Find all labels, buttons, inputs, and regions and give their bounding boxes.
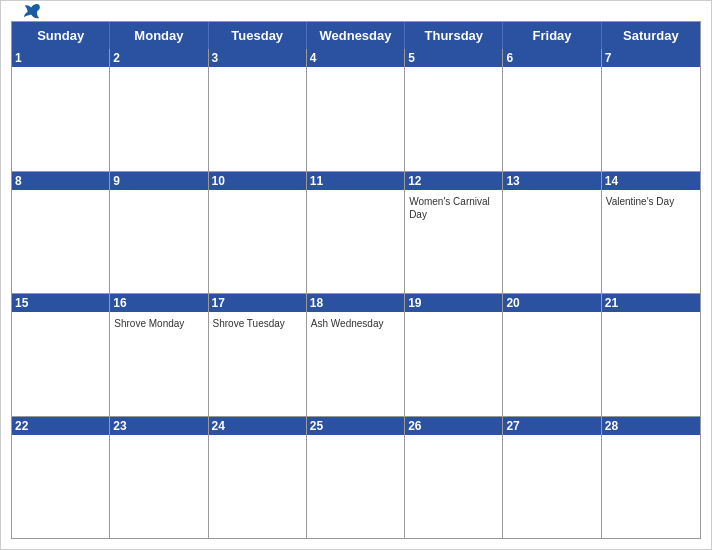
day-cell-11: 11 xyxy=(307,172,405,294)
day-event: Shrove Monday xyxy=(114,317,203,330)
day-number-22: 22 xyxy=(12,417,109,435)
day-number-8: 8 xyxy=(12,172,109,190)
calendar-grid: SundayMondayTuesdayWednesdayThursdayFrid… xyxy=(11,21,701,539)
day-cell-14: 14Valentine's Day xyxy=(602,172,700,294)
week-row-1: 1234567 xyxy=(12,49,700,172)
day-header-tuesday: Tuesday xyxy=(209,22,307,49)
day-number-21: 21 xyxy=(602,294,700,312)
header xyxy=(1,1,711,21)
day-headers-row: SundayMondayTuesdayWednesdayThursdayFrid… xyxy=(12,22,700,49)
day-cell-3: 3 xyxy=(209,49,307,171)
day-number-27: 27 xyxy=(503,417,600,435)
day-event: Women's Carnival Day xyxy=(409,195,498,221)
day-number-2: 2 xyxy=(110,49,207,67)
day-cell-9: 9 xyxy=(110,172,208,294)
day-number-4: 4 xyxy=(307,49,404,67)
day-cell-5: 5 xyxy=(405,49,503,171)
day-number-28: 28 xyxy=(602,417,700,435)
day-cell-6: 6 xyxy=(503,49,601,171)
day-number-15: 15 xyxy=(12,294,109,312)
logo-blue-text xyxy=(21,3,41,19)
day-cell-7: 7 xyxy=(602,49,700,171)
day-number-12: 12 xyxy=(405,172,502,190)
day-event: Valentine's Day xyxy=(606,195,696,208)
day-number-13: 13 xyxy=(503,172,600,190)
logo xyxy=(21,3,41,19)
day-cell-20: 20 xyxy=(503,294,601,416)
day-cell-1: 1 xyxy=(12,49,110,171)
day-cell-8: 8 xyxy=(12,172,110,294)
day-cell-23: 23 xyxy=(110,417,208,539)
weeks-container: 123456789101112Women's Carnival Day1314V… xyxy=(12,49,700,538)
calendar-page: SundayMondayTuesdayWednesdayThursdayFrid… xyxy=(0,0,712,550)
day-number-16: 16 xyxy=(110,294,207,312)
day-cell-22: 22 xyxy=(12,417,110,539)
day-number-7: 7 xyxy=(602,49,700,67)
day-cell-10: 10 xyxy=(209,172,307,294)
day-number-25: 25 xyxy=(307,417,404,435)
day-cell-15: 15 xyxy=(12,294,110,416)
day-cell-26: 26 xyxy=(405,417,503,539)
week-row-4: 22232425262728 xyxy=(12,417,700,539)
day-number-5: 5 xyxy=(405,49,502,67)
day-cell-28: 28 xyxy=(602,417,700,539)
day-number-10: 10 xyxy=(209,172,306,190)
day-number-23: 23 xyxy=(110,417,207,435)
day-number-11: 11 xyxy=(307,172,404,190)
day-cell-27: 27 xyxy=(503,417,601,539)
day-cell-2: 2 xyxy=(110,49,208,171)
day-header-monday: Monday xyxy=(110,22,208,49)
day-header-friday: Friday xyxy=(503,22,601,49)
day-header-sunday: Sunday xyxy=(12,22,110,49)
day-header-thursday: Thursday xyxy=(405,22,503,49)
day-number-14: 14 xyxy=(602,172,700,190)
day-cell-17: 17Shrove Tuesday xyxy=(209,294,307,416)
day-number-18: 18 xyxy=(307,294,404,312)
day-cell-19: 19 xyxy=(405,294,503,416)
day-header-saturday: Saturday xyxy=(602,22,700,49)
day-cell-24: 24 xyxy=(209,417,307,539)
day-cell-12: 12Women's Carnival Day xyxy=(405,172,503,294)
day-cell-21: 21 xyxy=(602,294,700,416)
day-number-20: 20 xyxy=(503,294,600,312)
day-number-24: 24 xyxy=(209,417,306,435)
day-number-17: 17 xyxy=(209,294,306,312)
day-number-26: 26 xyxy=(405,417,502,435)
day-event: Ash Wednesday xyxy=(311,317,400,330)
day-number-6: 6 xyxy=(503,49,600,67)
week-row-2: 89101112Women's Carnival Day1314Valentin… xyxy=(12,172,700,295)
day-event: Shrove Tuesday xyxy=(213,317,302,330)
day-number-3: 3 xyxy=(209,49,306,67)
week-row-3: 1516Shrove Monday17Shrove Tuesday18Ash W… xyxy=(12,294,700,417)
day-header-wednesday: Wednesday xyxy=(307,22,405,49)
day-cell-13: 13 xyxy=(503,172,601,294)
day-number-1: 1 xyxy=(12,49,109,67)
day-number-19: 19 xyxy=(405,294,502,312)
day-cell-4: 4 xyxy=(307,49,405,171)
day-cell-25: 25 xyxy=(307,417,405,539)
day-number-9: 9 xyxy=(110,172,207,190)
logo-bird-icon xyxy=(23,3,41,19)
day-cell-16: 16Shrove Monday xyxy=(110,294,208,416)
day-cell-18: 18Ash Wednesday xyxy=(307,294,405,416)
